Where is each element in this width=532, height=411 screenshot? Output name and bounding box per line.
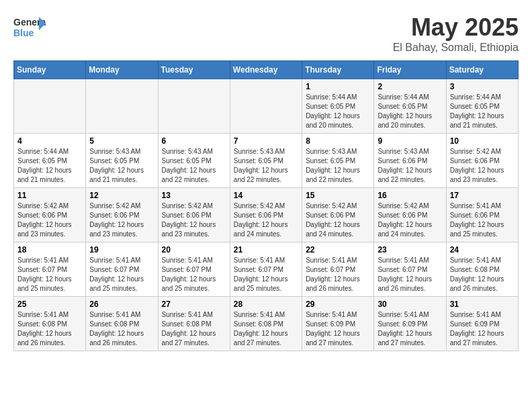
day-number: 29 bbox=[306, 300, 370, 309]
calendar-header: SundayMondayTuesdayWednesdayThursdayFrid… bbox=[14, 61, 519, 79]
day-info: Sunrise: 5:41 AM Sunset: 6:09 PM Dayligh… bbox=[306, 310, 370, 348]
day-info: Sunrise: 5:43 AM Sunset: 6:05 PM Dayligh… bbox=[162, 147, 226, 185]
svg-text:Blue: Blue bbox=[13, 28, 34, 38]
calendar-cell: 4Sunrise: 5:44 AM Sunset: 6:05 PM Daylig… bbox=[14, 134, 86, 188]
day-number: 13 bbox=[162, 191, 226, 200]
weekday-header-tuesday: Tuesday bbox=[158, 61, 230, 79]
day-info: Sunrise: 5:42 AM Sunset: 6:06 PM Dayligh… bbox=[17, 201, 82, 239]
day-info: Sunrise: 5:44 AM Sunset: 6:05 PM Dayligh… bbox=[450, 93, 515, 130]
day-number: 23 bbox=[378, 245, 442, 255]
day-info: Sunrise: 5:41 AM Sunset: 6:07 PM Dayligh… bbox=[378, 256, 442, 293]
calendar-cell: 11Sunrise: 5:42 AM Sunset: 6:06 PM Dayli… bbox=[14, 188, 86, 242]
calendar-cell: 15Sunrise: 5:42 AM Sunset: 6:06 PM Dayli… bbox=[302, 188, 374, 242]
page-header: General Blue May 2025 El Bahay, Somali, … bbox=[13, 13, 519, 54]
calendar-cell: 16Sunrise: 5:42 AM Sunset: 6:06 PM Dayli… bbox=[374, 188, 446, 242]
day-number: 7 bbox=[234, 136, 298, 146]
day-info: Sunrise: 5:41 AM Sunset: 6:07 PM Dayligh… bbox=[306, 256, 370, 293]
day-info: Sunrise: 5:41 AM Sunset: 6:07 PM Dayligh… bbox=[17, 256, 82, 293]
day-number: 8 bbox=[306, 136, 370, 146]
calendar-cell: 20Sunrise: 5:41 AM Sunset: 6:07 PM Dayli… bbox=[158, 242, 230, 297]
calendar-cell: 2Sunrise: 5:44 AM Sunset: 6:05 PM Daylig… bbox=[374, 79, 446, 134]
day-number: 30 bbox=[378, 300, 442, 309]
day-info: Sunrise: 5:41 AM Sunset: 6:09 PM Dayligh… bbox=[450, 310, 515, 348]
weekday-header-row: SundayMondayTuesdayWednesdayThursdayFrid… bbox=[14, 61, 519, 79]
day-info: Sunrise: 5:41 AM Sunset: 6:08 PM Dayligh… bbox=[17, 310, 82, 348]
calendar-cell: 8Sunrise: 5:43 AM Sunset: 6:05 PM Daylig… bbox=[302, 134, 374, 188]
day-info: Sunrise: 5:41 AM Sunset: 6:08 PM Dayligh… bbox=[89, 310, 154, 348]
calendar-cell: 22Sunrise: 5:41 AM Sunset: 6:07 PM Dayli… bbox=[302, 242, 374, 297]
day-number: 31 bbox=[450, 300, 515, 309]
calendar-cell: 31Sunrise: 5:41 AM Sunset: 6:09 PM Dayli… bbox=[446, 297, 518, 351]
calendar-cell: 21Sunrise: 5:41 AM Sunset: 6:07 PM Dayli… bbox=[230, 242, 302, 297]
day-number: 9 bbox=[378, 136, 442, 146]
day-number: 11 bbox=[17, 191, 82, 200]
day-info: Sunrise: 5:43 AM Sunset: 6:05 PM Dayligh… bbox=[89, 147, 154, 185]
calendar-cell: 28Sunrise: 5:41 AM Sunset: 6:08 PM Dayli… bbox=[230, 297, 302, 351]
calendar-week-row: 1Sunrise: 5:44 AM Sunset: 6:05 PM Daylig… bbox=[14, 79, 519, 134]
weekday-header-wednesday: Wednesday bbox=[230, 61, 302, 79]
month-title: May 2025 bbox=[393, 13, 519, 42]
calendar-cell bbox=[86, 79, 158, 134]
weekday-header-sunday: Sunday bbox=[14, 61, 86, 79]
day-number: 4 bbox=[17, 136, 82, 146]
day-info: Sunrise: 5:42 AM Sunset: 6:06 PM Dayligh… bbox=[162, 201, 226, 239]
calendar-week-row: 11Sunrise: 5:42 AM Sunset: 6:06 PM Dayli… bbox=[14, 188, 519, 242]
calendar-cell: 5Sunrise: 5:43 AM Sunset: 6:05 PM Daylig… bbox=[86, 134, 158, 188]
day-number: 10 bbox=[450, 136, 515, 146]
day-number: 14 bbox=[234, 191, 298, 200]
calendar-cell: 14Sunrise: 5:42 AM Sunset: 6:06 PM Dayli… bbox=[230, 188, 302, 242]
calendar-cell: 7Sunrise: 5:43 AM Sunset: 6:05 PM Daylig… bbox=[230, 134, 302, 188]
day-number: 12 bbox=[89, 191, 154, 200]
day-info: Sunrise: 5:41 AM Sunset: 6:09 PM Dayligh… bbox=[378, 310, 442, 348]
calendar-cell: 9Sunrise: 5:43 AM Sunset: 6:06 PM Daylig… bbox=[374, 134, 446, 188]
calendar-cell: 10Sunrise: 5:42 AM Sunset: 6:06 PM Dayli… bbox=[446, 134, 518, 188]
day-number: 28 bbox=[234, 300, 298, 309]
day-info: Sunrise: 5:41 AM Sunset: 6:07 PM Dayligh… bbox=[234, 256, 298, 293]
calendar-cell: 25Sunrise: 5:41 AM Sunset: 6:08 PM Dayli… bbox=[14, 297, 86, 351]
day-number: 2 bbox=[378, 82, 442, 91]
calendar-week-row: 4Sunrise: 5:44 AM Sunset: 6:05 PM Daylig… bbox=[14, 134, 519, 188]
calendar-cell bbox=[14, 79, 86, 134]
calendar-cell: 27Sunrise: 5:41 AM Sunset: 6:08 PM Dayli… bbox=[158, 297, 230, 351]
day-info: Sunrise: 5:42 AM Sunset: 6:06 PM Dayligh… bbox=[306, 201, 370, 239]
calendar-body: 1Sunrise: 5:44 AM Sunset: 6:05 PM Daylig… bbox=[14, 79, 519, 351]
calendar-cell: 30Sunrise: 5:41 AM Sunset: 6:09 PM Dayli… bbox=[374, 297, 446, 351]
day-info: Sunrise: 5:42 AM Sunset: 6:06 PM Dayligh… bbox=[234, 201, 298, 239]
calendar-cell: 1Sunrise: 5:44 AM Sunset: 6:05 PM Daylig… bbox=[302, 79, 374, 134]
location-subtitle: El Bahay, Somali, Ethiopia bbox=[393, 42, 519, 54]
day-number: 15 bbox=[306, 191, 370, 200]
day-info: Sunrise: 5:42 AM Sunset: 6:06 PM Dayligh… bbox=[89, 201, 154, 239]
day-number: 1 bbox=[306, 82, 370, 91]
day-number: 26 bbox=[89, 300, 154, 309]
day-number: 27 bbox=[162, 300, 226, 309]
day-number: 22 bbox=[306, 245, 370, 255]
calendar-cell: 6Sunrise: 5:43 AM Sunset: 6:05 PM Daylig… bbox=[158, 134, 230, 188]
day-info: Sunrise: 5:41 AM Sunset: 6:08 PM Dayligh… bbox=[234, 310, 298, 348]
day-info: Sunrise: 5:43 AM Sunset: 6:05 PM Dayligh… bbox=[306, 147, 370, 185]
logo-graphic: General Blue bbox=[13, 13, 46, 46]
day-info: Sunrise: 5:41 AM Sunset: 6:07 PM Dayligh… bbox=[162, 256, 226, 293]
day-info: Sunrise: 5:44 AM Sunset: 6:05 PM Dayligh… bbox=[378, 93, 442, 130]
day-number: 24 bbox=[450, 245, 515, 255]
calendar-cell bbox=[230, 79, 302, 134]
weekday-header-friday: Friday bbox=[374, 61, 446, 79]
title-area: May 2025 El Bahay, Somali, Ethiopia bbox=[393, 13, 519, 54]
calendar-cell: 19Sunrise: 5:41 AM Sunset: 6:07 PM Dayli… bbox=[86, 242, 158, 297]
logo: General Blue bbox=[13, 13, 46, 46]
day-number: 16 bbox=[378, 191, 442, 200]
calendar-cell: 18Sunrise: 5:41 AM Sunset: 6:07 PM Dayli… bbox=[14, 242, 86, 297]
day-info: Sunrise: 5:41 AM Sunset: 6:08 PM Dayligh… bbox=[450, 256, 515, 293]
day-info: Sunrise: 5:41 AM Sunset: 6:07 PM Dayligh… bbox=[89, 256, 154, 293]
weekday-header-monday: Monday bbox=[86, 61, 158, 79]
day-number: 25 bbox=[17, 300, 82, 309]
calendar-week-row: 18Sunrise: 5:41 AM Sunset: 6:07 PM Dayli… bbox=[14, 242, 519, 297]
calendar-cell: 29Sunrise: 5:41 AM Sunset: 6:09 PM Dayli… bbox=[302, 297, 374, 351]
calendar-week-row: 25Sunrise: 5:41 AM Sunset: 6:08 PM Dayli… bbox=[14, 297, 519, 351]
calendar-cell bbox=[158, 79, 230, 134]
calendar-table: SundayMondayTuesdayWednesdayThursdayFrid… bbox=[13, 60, 519, 351]
day-info: Sunrise: 5:42 AM Sunset: 6:06 PM Dayligh… bbox=[378, 201, 442, 239]
day-number: 18 bbox=[17, 245, 82, 255]
calendar-cell: 26Sunrise: 5:41 AM Sunset: 6:08 PM Dayli… bbox=[86, 297, 158, 351]
calendar-cell: 12Sunrise: 5:42 AM Sunset: 6:06 PM Dayli… bbox=[86, 188, 158, 242]
day-number: 17 bbox=[450, 191, 515, 200]
